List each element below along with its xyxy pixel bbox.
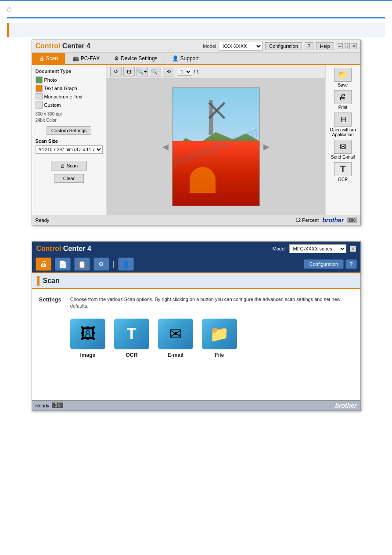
nav-scan-icon[interactable]: 🖨 [36,258,51,271]
page-select[interactable]: 1 [178,68,192,76]
titlebar-home: Control Center 4 Model MFC-XXXX series ✕ [32,242,360,256]
ocr-label2: OCR [126,352,137,358]
custom-settings-button[interactable]: Custom Settings [47,126,92,135]
image-icon-box: 🖼 [70,319,105,349]
radio-text-graph[interactable]: Text and Graph [36,85,103,92]
device-settings-tab-label: Device Settings [121,55,157,62]
window-controls: – □ ✕ [337,43,357,49]
nav-copy-icon[interactable]: 📋 [74,258,90,271]
maximize-button[interactable]: □ [344,43,350,49]
section-marker [7,23,385,37]
fit-button[interactable]: ⟲ [163,67,174,76]
open-app-icon: 🖥 [334,112,352,127]
scan-section-title: Scan [43,277,60,285]
description-and-icons: Choose from the various Scan options. By… [70,296,353,358]
image-label: Image [80,352,95,358]
print-icon: 🖨 [334,90,352,104]
ocr-icon: T [334,162,352,176]
pcfax-tab-icon: 📠 [72,55,79,62]
scan-section-header: Scan [32,273,360,289]
app-title-advanced: Control Center 4 [36,42,90,50]
left-panel: Document Type Photo Text and Graph Monoc… [32,65,107,215]
scan-btn-wrapper: 🖨 Scan [36,157,103,172]
tab-device-settings[interactable]: ⚙ Device Settings [107,53,165,64]
model-label2: Model [273,246,286,251]
section-bar [9,23,385,37]
radio-custom[interactable]: Custom [36,102,103,109]
doc-type-title: Document Type [36,69,103,74]
config-button2[interactable]: Configuration [304,259,344,269]
titlebar-right: Model XXX-XXXX Configuration ? Help – □ … [203,42,356,51]
model-select2[interactable]: MFC-XXXX series [289,244,346,253]
file-label: File [215,352,224,358]
status-left2: Ready BK [36,403,63,408]
close-button2[interactable]: ✕ [350,246,356,252]
nav-row-home: 🖨 📄 📋 ⚙ | 👤 Configuration ? [32,256,360,273]
prev-page-arrow[interactable]: ◀ [159,142,172,152]
tab-bar: 🖨 Scan 📠 PC-FAX ⚙ Device Settings 👤 Supp… [32,53,360,65]
nav-doc-icon[interactable]: 📄 [55,258,71,271]
nav-user-icon[interactable]: 👤 [118,258,134,271]
titlebar-advanced: Control Center 4 Model XXX-XXXX Configur… [32,40,360,53]
email-scan-button[interactable]: ✉ E-mail [158,319,193,358]
status-right: 12 Percent brother BK [295,217,357,224]
radio-photo[interactable]: Photo [36,76,103,83]
help-q-button2[interactable]: ? [345,259,356,269]
image-scan-button[interactable]: 🖼 Image [70,319,105,358]
radio-mono-text[interactable]: Monochrome Text [36,93,103,100]
print-action[interactable]: 🖨 Print [328,90,358,110]
open-app-action[interactable]: 🖥 Open with an Application [328,112,358,137]
description-text: Choose from the various Scan options. By… [70,296,353,310]
file-scan-button[interactable]: 📁 File [202,319,237,358]
config-button[interactable]: Configuration [265,42,302,50]
save-action[interactable]: 📁 Save [328,68,358,87]
nav-settings-icon[interactable]: ⚙ [94,258,109,271]
minimize-button[interactable]: – [337,43,343,49]
dpi-info: 300 x 300 dpi 24bit Color [36,111,103,123]
tab-pcfax[interactable]: 📠 PC-FAX [65,53,107,64]
help-q-button[interactable]: ? [305,42,313,50]
photo-icon [36,76,43,83]
ocr-scan-button[interactable]: T OCR [114,319,149,358]
cc4-window-advanced: Control Center 4 Model XXX-XXXX Configur… [32,40,361,225]
rotate-left-button[interactable]: ↺ [110,67,122,76]
close-button[interactable]: ✕ [351,43,357,49]
ocr-label: OCR [338,177,348,182]
zoom-out-button[interactable]: 🔍- [150,67,161,76]
status-bar-advanced: Ready 12 Percent brother BK [32,215,360,225]
clear-button[interactable]: Clear [54,174,84,183]
home-icon[interactable]: ⌂ [7,4,12,14]
settings-label-container: Settings [39,296,61,358]
ocr-action[interactable]: T OCR [328,162,358,182]
bk-status: BK [347,218,356,223]
print-label: Print [338,105,348,110]
bk-status2: BK [52,403,63,408]
settings-label: Settings [39,296,61,303]
nav-right-buttons: Configuration ? [304,259,357,269]
top-divider [7,17,385,18]
zoom-in-button[interactable]: 🔍+ [137,67,148,76]
scan-size-select[interactable]: A4 210 x 297 mm (8.3 x 11.7... [36,145,103,154]
scan-button[interactable]: 🖨 Scan [51,161,87,170]
crop-button[interactable]: ⊡ [123,67,135,76]
email-label: Send E-mail [331,155,355,160]
preview-toolbar: ↺ ⊡ 🔍+ 🔍- ⟲ 1 / 1 [107,65,325,79]
title-rest: Center 4 [60,42,90,50]
preview-area: ◀ [107,79,325,215]
status-ready2: Ready [36,403,50,408]
tulip-red [173,141,259,206]
email-label2: E-mail [168,352,183,358]
tab-support[interactable]: 👤 Support [165,53,206,64]
model-select[interactable]: XXX-XXXX [219,42,263,51]
blade-4 [208,102,217,111]
status-percent: 12 Percent [295,218,319,223]
screenshots-container: Control Center 4 Model XXX-XXXX Configur… [0,40,392,418]
tab-scan[interactable]: 🖨 Scan [32,53,65,64]
scan-icons-row: 🖼 Image T OCR ✉ E-mail 📁 File [70,319,353,358]
send-email-action[interactable]: ✉ Send E-mail [328,140,358,160]
next-page-arrow[interactable]: ▶ [260,142,273,152]
spacer [7,234,385,241]
nav-separator: | [113,260,115,268]
help-button[interactable]: Help [316,42,334,50]
ocr-icon-box: T [114,319,149,349]
